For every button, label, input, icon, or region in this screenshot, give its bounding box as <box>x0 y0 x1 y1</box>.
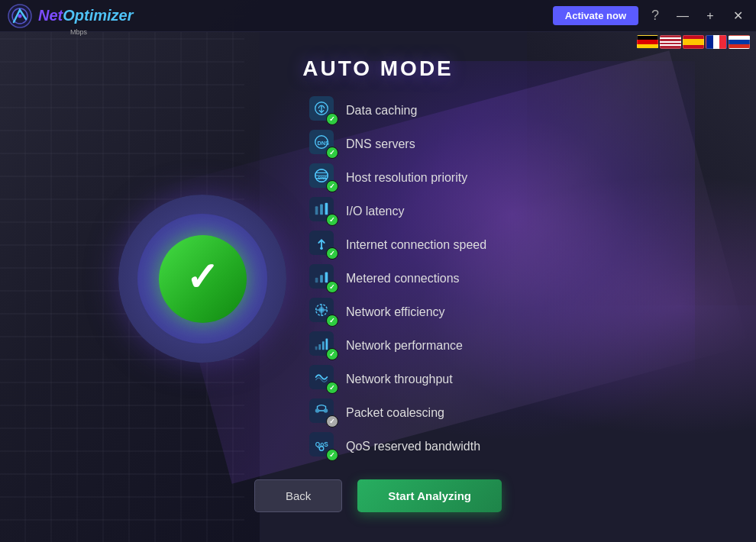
feature-item-packet-coalescing: ✓Packet coalescing <box>309 398 645 427</box>
feature-check-network-throughput: ✓ <box>326 382 338 394</box>
feature-label-data-caching: Data caching <box>346 104 417 118</box>
svg-rect-22 <box>326 339 328 350</box>
check-mark-icon: ✓ <box>186 257 219 297</box>
feature-icon-wrap-packet-coalescing: ✓ <box>309 398 338 427</box>
feature-label-dns-servers: DNS servers <box>346 137 415 151</box>
feature-check-network-efficiency: ✓ <box>326 315 338 327</box>
feature-item-dns-servers: DNS✓DNS servers <box>309 130 645 159</box>
feature-item-qos-bandwidth: QoS✓QoS reserved bandwidth <box>309 432 645 461</box>
flag-es[interactable] <box>683 35 704 49</box>
svg-text:DNS: DNS <box>318 140 330 147</box>
feature-check-metered-connections: ✓ <box>326 281 338 293</box>
feature-icon-wrap-host-resolution: DNS✓ <box>309 163 338 192</box>
feature-icon-wrap-internet-speed: ✓ <box>309 231 338 260</box>
svg-rect-13 <box>320 275 323 282</box>
feature-check-data-caching: ✓ <box>326 113 338 125</box>
feature-icon-wrap-qos-bandwidth: QoS✓ <box>309 432 338 461</box>
feature-check-io-latency: ✓ <box>326 214 338 226</box>
activate-button[interactable]: Activate now <box>553 6 638 25</box>
feature-item-host-resolution: DNS✓Host resolution priority <box>309 163 645 192</box>
flag-us[interactable] <box>660 35 681 49</box>
svg-point-11 <box>320 247 323 250</box>
feature-item-metered-connections: ✓Metered connections <box>309 264 645 293</box>
svg-rect-9 <box>320 205 323 215</box>
feature-icon-wrap-network-throughput: ✓ <box>309 365 338 394</box>
circle-container: ✓ <box>111 134 294 424</box>
logo-area: NetOptimizer Mbps <box>8 4 133 28</box>
svg-rect-14 <box>325 273 328 283</box>
logo-mbps: Mbps <box>70 28 87 36</box>
help-button[interactable]: ? <box>645 5 666 27</box>
feature-icon-wrap-data-caching: ✓ <box>309 96 338 125</box>
svg-rect-19 <box>315 347 318 350</box>
flag-ru[interactable] <box>729 35 750 49</box>
svg-rect-10 <box>325 203 328 215</box>
feature-icon-wrap-network-performance: ✓ <box>309 331 338 360</box>
close-button[interactable]: ✕ <box>727 5 748 27</box>
circle-middle: ✓ <box>137 214 267 344</box>
svg-rect-20 <box>318 344 321 350</box>
feature-icon-wrap-network-efficiency: ✓ <box>309 298 338 327</box>
flag-fr[interactable] <box>706 35 727 49</box>
feature-check-dns-servers: ✓ <box>326 147 338 159</box>
svg-rect-8 <box>315 206 318 215</box>
circle-inner: ✓ <box>159 235 247 323</box>
feature-check-qos-bandwidth: ✓ <box>326 449 338 461</box>
app-logo-icon <box>8 4 32 28</box>
feature-item-io-latency: ✓I/O latency <box>309 197 645 226</box>
content-row: ✓ ✓Data cachingDNS✓DNS serversDNS✓Host r… <box>111 96 645 461</box>
logo-text: NetOptimizer <box>38 7 133 24</box>
feature-label-network-throughput: Network throughput <box>346 373 453 386</box>
start-analyzing-button[interactable]: Start Analyzing <box>357 479 502 512</box>
feature-label-internet-speed: Internet connection speed <box>346 238 486 252</box>
feature-item-network-efficiency: ✓Network efficiency <box>309 298 645 327</box>
feature-item-internet-speed: ✓Internet connection speed <box>309 231 645 260</box>
titlebar-right: Activate now ? — + ✕ <box>553 5 748 27</box>
feature-item-network-performance: ✓Network performance <box>309 331 645 360</box>
feature-item-data-caching: ✓Data caching <box>309 96 645 125</box>
feature-label-network-performance: Network performance <box>346 339 463 353</box>
svg-point-2 <box>18 14 22 18</box>
maximize-button[interactable]: + <box>699 5 721 27</box>
feature-icon-wrap-io-latency: ✓ <box>309 197 338 226</box>
svg-rect-12 <box>315 278 318 282</box>
feature-check-packet-coalescing: ✓ <box>326 415 338 427</box>
feature-label-packet-coalescing: Packet coalescing <box>346 406 444 420</box>
feature-check-network-performance: ✓ <box>326 348 338 360</box>
main-content: AUTO MODE ✓ ✓Data cachingDNS✓DNS servers… <box>0 32 756 542</box>
feature-list: ✓Data cachingDNS✓DNS serversDNS✓Host res… <box>309 96 645 461</box>
svg-text:DNS: DNS <box>318 176 327 180</box>
feature-check-host-resolution: ✓ <box>326 180 338 192</box>
flags-bar <box>631 32 756 52</box>
svg-rect-21 <box>322 341 325 350</box>
feature-item-network-throughput: ✓Network throughput <box>309 365 645 394</box>
minimize-button[interactable]: — <box>672 5 693 27</box>
feature-icon-wrap-dns-servers: DNS✓ <box>309 130 338 159</box>
feature-check-internet-speed: ✓ <box>326 247 338 260</box>
feature-icon-wrap-metered-connections: ✓ <box>309 264 338 293</box>
back-button[interactable]: Back <box>254 479 342 512</box>
feature-label-io-latency: I/O latency <box>346 205 404 218</box>
feature-label-host-resolution: Host resolution priority <box>346 171 467 185</box>
feature-label-metered-connections: Metered connections <box>346 272 460 286</box>
circle-outer: ✓ <box>118 195 286 363</box>
feature-label-qos-bandwidth: QoS reserved bandwidth <box>346 440 480 453</box>
svg-point-24 <box>324 408 328 413</box>
svg-point-23 <box>315 408 320 413</box>
flag-de[interactable] <box>637 35 658 49</box>
feature-label-network-efficiency: Network efficiency <box>346 305 445 319</box>
titlebar: NetOptimizer Mbps Activate now ? — + ✕ <box>0 0 756 32</box>
page-title: AUTO MODE <box>302 56 454 81</box>
buttons-row: Back Start Analyzing <box>254 479 502 512</box>
